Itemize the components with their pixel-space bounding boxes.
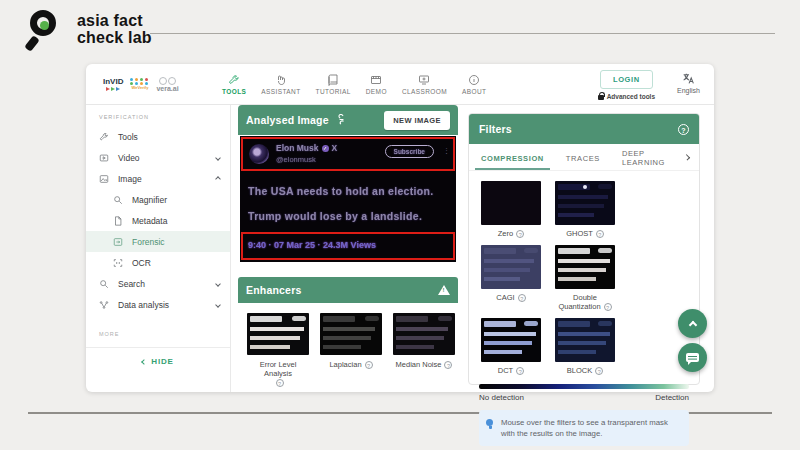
translate-icon — [682, 72, 695, 85]
chevron-up-icon — [688, 321, 696, 329]
analysed-image-title: Analysed Image — [246, 114, 329, 126]
file-icon — [113, 216, 123, 226]
app-window: InVID WeVerify vera.ai TOOLS — [86, 64, 714, 392]
sidebar-item-video[interactable]: Video — [86, 147, 230, 168]
nav-tools[interactable]: TOOLS — [222, 74, 246, 95]
chevron-down-icon — [215, 281, 221, 287]
tip-box: Mouse over the filters to see a transpar… — [479, 410, 689, 446]
analysed-image[interactable]: Elon Musk ✓ X @elonmusk Subscribe ⋮ The … — [240, 136, 456, 262]
link-icon[interactable] — [336, 111, 347, 129]
help-icon[interactable]: ? — [276, 379, 284, 387]
nav-classroom[interactable]: CLASSROOM — [402, 74, 447, 95]
enhancers-header: Enhancers — [238, 277, 458, 303]
language-selector[interactable]: English — [677, 70, 700, 94]
filter-double-quantization[interactable]: Double Quantization? — [553, 245, 617, 311]
sidebar-item-metadata[interactable]: Metadata — [86, 210, 230, 231]
wrench-icon — [99, 132, 109, 142]
filter-thumbnail[interactable] — [555, 318, 615, 362]
help-icon[interactable]: ? — [365, 361, 373, 369]
enhancer-median-noise[interactable]: Median Noise? — [392, 313, 456, 387]
main-nav: TOOLS ASSISTANT TUTORIAL DEMO CLASSROOM … — [222, 74, 486, 95]
filter-dct[interactable]: DCT? — [479, 318, 543, 375]
enhancer-thumbnail[interactable] — [393, 313, 455, 355]
nav-demo[interactable]: DEMO — [366, 74, 387, 95]
help-icon[interactable]: ? — [595, 367, 603, 375]
help-icon[interactable]: ? — [678, 124, 689, 135]
enhancer-laplacian[interactable]: Laplacian? — [319, 313, 383, 387]
chat-icon — [686, 353, 699, 362]
help-icon[interactable]: ? — [596, 230, 604, 238]
vera-logo: vera.ai — [156, 77, 178, 92]
magnifier-logo-icon — [26, 6, 68, 52]
enhancer-thumbnail[interactable] — [247, 313, 309, 355]
sidebar-item-tools[interactable]: Tools — [86, 126, 230, 147]
filter-thumbnail[interactable] — [555, 245, 615, 289]
sidebar-section-label: VERIFICATION — [86, 105, 230, 126]
filters-title: Filters — [479, 123, 512, 135]
chevron-up-icon — [215, 176, 221, 182]
enhancers-title: Enhancers — [246, 284, 302, 296]
sidebar-item-search[interactable]: Search — [86, 273, 230, 294]
filter-thumbnail[interactable] — [481, 318, 541, 362]
brand-logo: asia fact check lab — [26, 6, 152, 52]
new-image-button[interactable]: NEW IMAGE — [384, 111, 450, 130]
scroll-to-top-button[interactable] — [678, 309, 707, 338]
search-icon — [99, 279, 109, 289]
invid-logo: InVID — [103, 78, 123, 91]
help-icon[interactable]: ? — [604, 303, 612, 311]
sidebar-more-label: MORE — [86, 315, 230, 343]
image-icon — [99, 174, 109, 184]
top-divider — [150, 33, 775, 34]
lock-icon — [598, 95, 604, 100]
advanced-tools-toggle[interactable]: Advanced tools — [598, 92, 655, 100]
sidebar-item-magnifier[interactable]: Magnifier — [86, 189, 230, 210]
tweet-text-line1: The USA needs to hold an election. — [248, 185, 433, 197]
filters-panel: Filters ? COMPRESSION TRACES DEEP LEARNI… — [468, 113, 700, 385]
classroom-icon — [418, 74, 430, 86]
sidebar: VERIFICATION Tools Video Image Magnifier… — [86, 105, 231, 392]
chevron-down-icon — [215, 155, 221, 161]
filter-thumbnail[interactable] — [481, 245, 541, 289]
warning-icon — [438, 285, 450, 295]
weverify-logo: WeVerify — [130, 78, 149, 90]
help-icon[interactable]: ? — [516, 367, 524, 375]
login-button[interactable]: LOGIN — [600, 70, 653, 89]
chevron-right-icon[interactable] — [684, 154, 690, 160]
tab-deep-learning[interactable]: DEEP LEARNING — [620, 140, 668, 174]
nav-about[interactable]: ABOUT — [462, 74, 486, 95]
tweet-text-line2: Trump would lose by a landslide. — [248, 210, 422, 222]
filter-thumbnail[interactable] — [481, 181, 541, 225]
sidebar-item-forensic[interactable]: Forensic — [86, 231, 230, 252]
forensic-icon — [113, 237, 123, 247]
hide-sidebar-button[interactable]: HIDE — [86, 348, 230, 366]
sidebar-item-data-analysis[interactable]: Data analysis — [86, 294, 230, 315]
scale-label-detection: Detection — [655, 393, 689, 402]
enhancer-thumbnail[interactable] — [320, 313, 382, 355]
nav-assistant[interactable]: ASSISTANT — [261, 74, 300, 95]
detection-highlight-top — [241, 137, 455, 171]
help-icon[interactable]: ? — [518, 294, 526, 302]
sidebar-item-ocr[interactable]: OCR — [86, 252, 230, 273]
sidebar-item-image[interactable]: Image — [86, 168, 230, 189]
data-analysis-icon — [99, 300, 109, 310]
nav-tutorial[interactable]: TUTORIAL — [316, 74, 351, 95]
analysed-image-header: Analysed Image NEW IMAGE — [238, 105, 458, 135]
lightbulb-icon — [486, 419, 494, 439]
tab-compression[interactable]: COMPRESSION — [479, 145, 546, 170]
filter-thumbnail[interactable] — [555, 181, 615, 225]
wrench-icon — [228, 74, 240, 86]
filter-zero[interactable]: Zero? — [479, 181, 543, 238]
feedback-chat-button[interactable] — [678, 343, 707, 372]
filter-block[interactable]: BLOCK? — [553, 318, 617, 375]
chevron-down-icon — [215, 302, 221, 308]
enhancer-error-level-analysis[interactable]: Error Level Analysis? — [246, 313, 310, 387]
video-icon — [99, 153, 109, 163]
filters-tabs: COMPRESSION TRACES DEEP LEARNING — [469, 144, 699, 171]
app-toolbar: InVID WeVerify vera.ai TOOLS — [86, 64, 714, 105]
filter-cagi[interactable]: CAGI? — [479, 245, 543, 311]
tab-traces[interactable]: TRACES — [564, 145, 602, 170]
filter-ghost[interactable]: GHOST? — [553, 181, 617, 238]
tip-text: Mouse over the filters to see a transpar… — [501, 417, 680, 439]
help-icon[interactable]: ? — [516, 230, 524, 238]
help-icon[interactable]: ? — [444, 361, 452, 369]
